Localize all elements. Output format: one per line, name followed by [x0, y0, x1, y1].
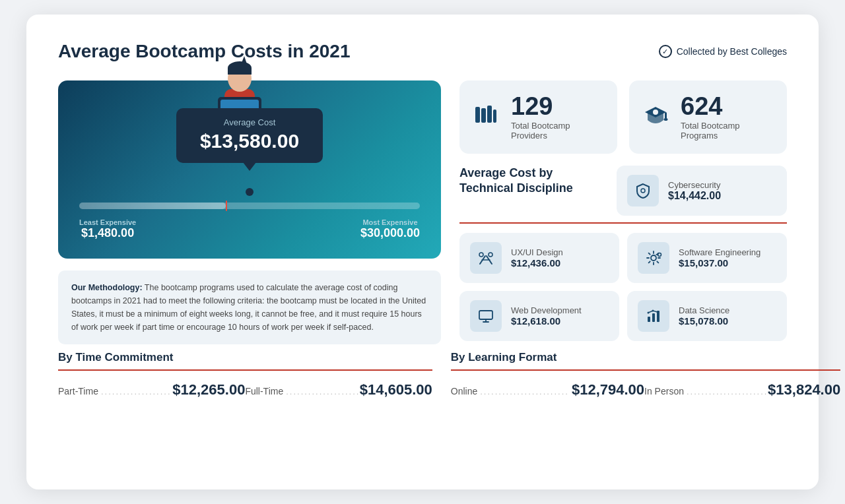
avg-cost-label: Average Cost [200, 117, 299, 127]
svg-rect-30 [652, 313, 655, 322]
books-icon [473, 102, 499, 133]
monitor-icon [470, 300, 502, 332]
online-item: Online........................ $12,794.0… [451, 381, 644, 398]
inperson-item: In Person........................ $13,82… [644, 381, 840, 398]
stats-row: 129 Total BootcampProviders [459, 80, 787, 154]
software-info: Software Engineering $15,037.00 [679, 247, 760, 268]
svg-point-24 [651, 255, 656, 261]
svg-rect-11 [481, 108, 486, 123]
graduation-icon [642, 102, 669, 133]
svg-point-17 [664, 118, 668, 121]
discipline-section: Average Cost by Technical Discipline Cyb… [459, 166, 787, 341]
svg-point-21 [479, 253, 483, 257]
discipline-grid: UX/UI Design $12,436.00 [459, 233, 787, 341]
methodology-bold: Our Methodology: [71, 283, 143, 292]
by-time-title: By Time Commitment [58, 351, 432, 364]
part-time-value: $12,265.00 [172, 381, 245, 398]
slider-track [79, 203, 420, 209]
full-time-value: $14,605.00 [360, 381, 432, 398]
svg-point-34 [657, 311, 659, 313]
least-expensive: Least Expensive $1,480.00 [79, 218, 136, 240]
inperson-value: $13,824.00 [768, 381, 840, 398]
inperson-label: In Person [644, 386, 684, 396]
svg-rect-10 [475, 107, 480, 123]
web-info: Web Development $12,618.00 [511, 305, 582, 327]
slider-dot [246, 188, 254, 196]
svg-rect-12 [487, 106, 492, 123]
discipline-title: Average Cost by Technical Discipline [459, 166, 605, 197]
collected-by: ✓ Collected by Best Colleges [659, 45, 787, 58]
data-label: Data Science [679, 305, 729, 315]
discipline-card-web: Web Development $12,618.00 [459, 291, 619, 341]
full-time-label: Full-Time [245, 386, 283, 396]
discipline-card-software: Software Engineering $15,037.00 [627, 233, 787, 283]
shield-icon [627, 175, 659, 206]
full-time-item: Full-Time........................ $14,60… [245, 381, 432, 398]
discipline-card-data: Data Science $15,078.00 [627, 291, 787, 341]
software-label: Software Engineering [679, 247, 760, 257]
by-format-row: Online........................ $12,794.0… [451, 381, 840, 398]
programs-label: Total BootcampPrograms [681, 121, 740, 141]
by-format-block: By Learning Format Online...............… [451, 351, 840, 398]
data-info: Data Science $15,078.00 [679, 305, 729, 327]
design-icon [470, 242, 502, 274]
cybersecurity-info: Cybersecurity $14,442.00 [668, 180, 721, 202]
svg-point-22 [489, 253, 492, 257]
left-panel: Average Cost $13,580.00 Least Expensive … [58, 80, 441, 344]
discipline-divider [459, 222, 787, 224]
bottom-section: By Time Commitment Part-Time............… [58, 351, 787, 398]
web-label: Web Development [511, 305, 582, 315]
uxui-value: $12,436.00 [511, 257, 563, 268]
svg-rect-26 [479, 311, 492, 319]
right-panel: 129 Total BootcampProviders [459, 80, 787, 344]
svg-point-33 [652, 310, 654, 312]
by-format-title: By Learning Format [451, 351, 840, 364]
online-dots: ........................ [479, 387, 570, 396]
cybersecurity-label: Cybersecurity [668, 180, 721, 190]
main-card: Average Bootcamp Costs in 2021 ✓ Collect… [26, 15, 819, 489]
chart-icon [638, 300, 669, 332]
online-label: Online [451, 386, 477, 396]
web-value: $12,618.00 [511, 315, 582, 327]
cost-card-inner: Average Cost $13,580.00 [79, 108, 420, 175]
discipline-card-cybersecurity: Cybersecurity $14,442.00 [617, 166, 787, 216]
svg-rect-13 [493, 110, 496, 123]
discipline-header: Average Cost by Technical Discipline Cyb… [459, 166, 787, 216]
stat-card-providers: 129 Total BootcampProviders [459, 80, 617, 154]
svg-rect-16 [665, 112, 667, 119]
part-time-item: Part-Time........................ $12,26… [58, 381, 245, 398]
programs-number: 624 [681, 94, 740, 119]
main-layout: Average Cost $13,580.00 Least Expensive … [58, 80, 787, 344]
discipline-card-uxui: UX/UI Design $12,436.00 [459, 233, 619, 283]
avg-cost-value: $13,580.00 [200, 130, 299, 152]
gear-icon [638, 242, 669, 274]
avg-cost-bubble: Average Cost $13,580.00 [176, 108, 323, 163]
svg-rect-6 [228, 68, 252, 75]
svg-marker-7 [242, 56, 247, 64]
online-value: $12,794.00 [572, 381, 644, 398]
full-time-dots: ........................ [285, 387, 358, 396]
check-circle-icon: ✓ [659, 45, 672, 58]
stat-providers-info: 129 Total BootcampProviders [511, 94, 570, 141]
header: Average Bootcamp Costs in 2021 ✓ Collect… [58, 41, 787, 62]
svg-point-15 [653, 110, 658, 115]
methodology-box: Our Methodology: The bootcamp programs u… [58, 270, 441, 344]
svg-rect-29 [648, 317, 650, 322]
providers-label: Total BootcampProviders [511, 121, 570, 141]
data-value: $15,078.00 [679, 315, 729, 327]
most-expensive: Most Expensive $30,000.00 [360, 218, 420, 240]
inperson-dots: ........................ [685, 387, 766, 396]
stat-card-programs: 624 Total BootcampPrograms [629, 80, 787, 154]
providers-number: 129 [511, 94, 570, 119]
by-time-block: By Time Commitment Part-Time............… [58, 351, 432, 398]
uxui-label: UX/UI Design [511, 247, 563, 257]
by-format-divider [451, 369, 840, 371]
cost-range: Least Expensive $1,480.00 Most Expensive… [79, 218, 420, 240]
software-value: $15,037.00 [679, 257, 760, 268]
by-time-row: Part-Time........................ $12,26… [58, 381, 432, 398]
cybersecurity-value: $14,442.00 [668, 190, 721, 202]
cost-card: Average Cost $13,580.00 Least Expensive … [58, 80, 441, 259]
by-time-divider [58, 369, 432, 371]
stat-programs-info: 624 Total BootcampPrograms [681, 94, 740, 141]
svg-point-18 [641, 189, 645, 193]
